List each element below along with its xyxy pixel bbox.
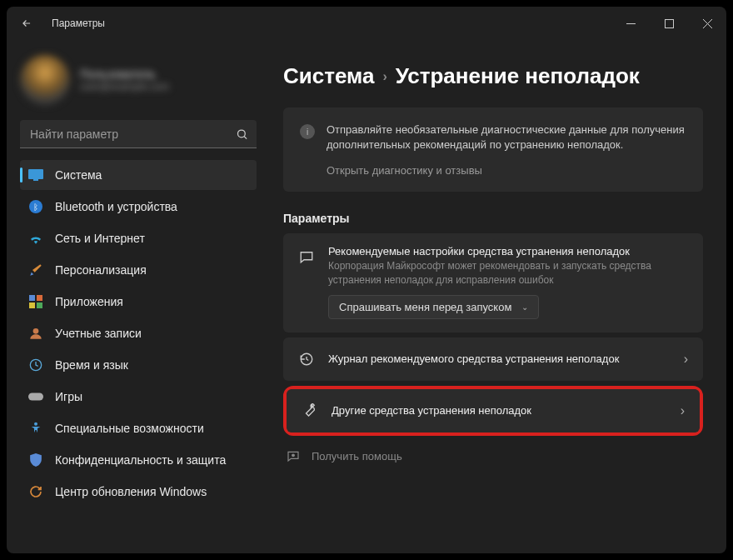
sidebar-item-gaming[interactable]: Игры [20, 382, 257, 412]
help-label: Получить помощь [312, 450, 402, 462]
close-button[interactable] [688, 9, 726, 38]
svg-point-13 [292, 454, 295, 457]
sidebar-item-label: Конфиденциальность и защита [55, 453, 226, 467]
window-title: Параметры [52, 18, 105, 29]
svg-rect-3 [28, 169, 43, 179]
titlebar: Параметры [7, 7, 726, 40]
back-button[interactable] [20, 17, 33, 30]
profile-email: user@example.com [80, 81, 169, 92]
search-icon [236, 128, 248, 141]
profile-name: Пользователь [80, 68, 169, 81]
clock-icon [28, 358, 43, 372]
sidebar-item-label: Специальные возможности [55, 422, 204, 435]
breadcrumb-parent[interactable]: Система [283, 63, 374, 89]
sidebar-item-accounts[interactable]: Учетные записи [20, 318, 257, 348]
profile-block[interactable]: Пользователь user@example.com [20, 55, 257, 105]
sidebar-item-update[interactable]: Центр обновления Windows [20, 477, 257, 507]
svg-rect-7 [29, 302, 35, 308]
recommended-settings-card: Рекомендуемые настройки средства устране… [283, 233, 703, 332]
sidebar-item-bluetooth[interactable]: ᛒ Bluetooth и устройства [20, 192, 257, 222]
diagnostic-info-text: Отправляйте необязательные диагностическ… [327, 122, 686, 152]
history-title: Журнал рекомендуемого средства устранени… [328, 352, 684, 365]
main-content: Система › Устранение неполадок i Отправл… [263, 40, 726, 553]
sidebar-item-personalization[interactable]: Персонализация [20, 255, 257, 285]
svg-point-9 [33, 328, 39, 334]
sidebar-item-apps[interactable]: Приложения [20, 287, 257, 317]
history-icon [298, 351, 315, 368]
sidebar-item-label: Приложения [55, 295, 123, 308]
maximize-button[interactable] [650, 9, 688, 38]
person-icon [28, 326, 43, 341]
chat-icon [298, 248, 315, 265]
wrench-icon [302, 402, 318, 419]
diagnostic-info-card: i Отправляйте необязательные диагностиче… [283, 108, 703, 192]
chevron-down-icon: ⌄ [521, 302, 528, 312]
svg-rect-8 [37, 302, 42, 308]
diagnostic-link[interactable]: Открыть диагностику и отзывы [327, 164, 686, 177]
sidebar-item-label: Учетные записи [55, 327, 142, 340]
get-help-link[interactable]: Получить помощь [283, 441, 703, 471]
sidebar-item-label: Сеть и Интернет [55, 232, 145, 245]
accessibility-icon [28, 421, 43, 436]
breadcrumb: Система › Устранение неполадок [283, 63, 703, 89]
svg-rect-4 [33, 179, 38, 181]
sidebar-item-network[interactable]: Сеть и Интернет [20, 223, 257, 253]
sidebar-item-label: Игры [55, 390, 82, 403]
display-icon [28, 168, 43, 182]
info-icon: i [300, 124, 315, 139]
dropdown-value: Спрашивать меня перед запуском [339, 301, 511, 313]
chevron-right-icon: › [382, 69, 386, 84]
sidebar: Пользователь user@example.com Система ᛒ … [7, 40, 263, 553]
section-label-params: Параметры [283, 212, 703, 225]
sidebar-item-label: Система [55, 168, 102, 182]
wifi-icon [28, 231, 43, 246]
help-icon [287, 449, 302, 464]
minimize-button[interactable] [611, 9, 650, 38]
sidebar-item-system[interactable]: Система [20, 160, 257, 190]
other-title: Другие средства устранения неполадок [332, 404, 681, 417]
svg-point-2 [238, 130, 246, 138]
page-title: Устранение неполадок [396, 63, 640, 89]
recommended-title: Рекомендуемые настройки средства устране… [328, 245, 688, 258]
chevron-right-icon: › [681, 403, 685, 418]
avatar [20, 55, 70, 105]
search-input[interactable] [20, 120, 257, 148]
svg-rect-11 [28, 393, 43, 401]
svg-rect-6 [37, 295, 42, 301]
gamepad-icon [28, 389, 43, 404]
highlighted-item: Другие средства устранения неполадок › [283, 386, 703, 436]
chevron-right-icon: › [684, 352, 688, 367]
apps-icon [28, 294, 43, 309]
sidebar-item-label: Время и язык [55, 358, 128, 372]
sidebar-item-label: Bluetooth и устройства [55, 200, 177, 213]
sidebar-item-accessibility[interactable]: Специальные возможности [20, 413, 257, 443]
sidebar-item-privacy[interactable]: Конфиденциальность и защита [20, 445, 257, 475]
bluetooth-icon: ᛒ [28, 199, 43, 214]
svg-rect-1 [665, 19, 673, 28]
update-icon [28, 484, 43, 499]
sidebar-item-time[interactable]: Время и язык [20, 350, 257, 380]
svg-rect-5 [29, 295, 35, 301]
svg-point-12 [34, 422, 37, 426]
sidebar-item-label: Персонализация [55, 263, 147, 277]
recommended-subtitle: Корпорация Майкрософт может рекомендоват… [328, 259, 688, 286]
troubleshoot-mode-dropdown[interactable]: Спрашивать меня перед запуском ⌄ [328, 295, 539, 319]
other-troubleshooters-card[interactable]: Другие средства устранения неполадок › [287, 389, 700, 432]
paintbrush-icon [28, 262, 43, 278]
troubleshoot-history-card[interactable]: Журнал рекомендуемого средства устранени… [283, 338, 703, 381]
sidebar-item-label: Центр обновления Windows [55, 485, 207, 498]
shield-icon [28, 452, 43, 468]
search-box[interactable] [20, 120, 257, 148]
